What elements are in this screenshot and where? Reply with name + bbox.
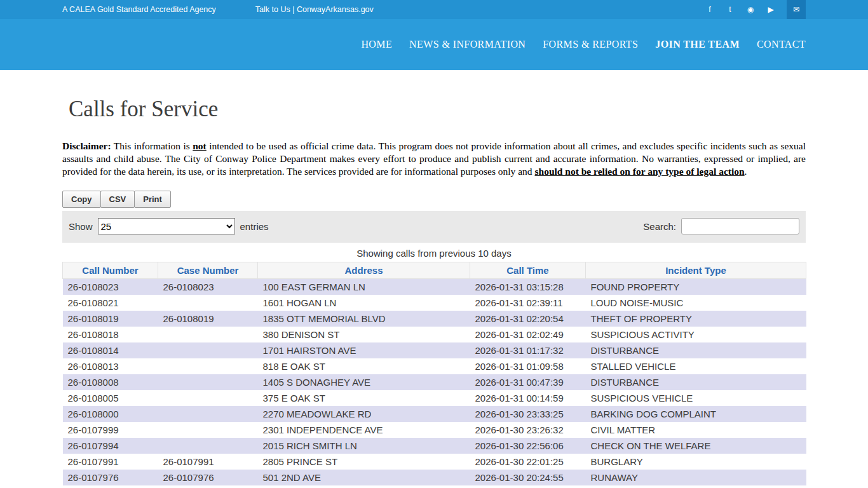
table-cell: 26-0108023 [63,279,158,295]
nav-item-news-information[interactable]: NEWS & INFORMATION [409,39,526,50]
contact-links-text[interactable]: Talk to Us | ConwayArkansas.gov [255,5,374,14]
table-cell: 2026-01-31 00:47:39 [470,374,586,390]
table-cell: DISTURBANCE [586,342,806,358]
table-cell: 26-0108005 [63,390,158,406]
nav-item-join-the-team[interactable]: JOIN THE TEAM [655,39,740,50]
search-label: Search: [643,221,676,232]
accreditation-text: A CALEA Gold Standard Accredited Agency [62,5,216,14]
table-cell: 2015 RICH SMITH LN [258,438,470,454]
table-body: 26-010802326-0108023100 EAST GERMAN LN20… [63,279,806,486]
table-row: 26-0108018380 DENISON ST2026-01-31 02:02… [63,327,806,342]
show-label: Show [69,221,93,232]
table-cell: 26-0108013 [63,358,158,374]
table-cell: 2026-01-31 02:02:49 [470,327,586,342]
twitter-icon[interactable]: t [724,0,736,19]
table-cell: 1405 S DONAGHEY AVE [258,374,470,390]
disclaimer-segment: This information is [111,140,193,151]
table-cell: SUSPICIOUS VEHICLE [586,390,806,406]
table-cell: 501 2ND AVE [258,470,470,485]
table-cell: 818 E OAK ST [258,358,470,374]
table-cell: 2026-01-30 23:26:32 [470,422,586,438]
entries-label: entries [240,221,269,232]
table-cell: 26-0108019 [63,311,158,327]
table-cell: FOUND PROPERTY [586,279,806,295]
table-cell: 375 E OAK ST [258,390,470,406]
disclaimer: Disclaimer: This information is not inte… [62,140,806,178]
csv-button[interactable]: CSV [100,191,135,208]
table-cell [158,406,258,422]
table-cell: THEFT OF PROPERTY [586,311,806,327]
table-cell: 2026-01-30 22:56:06 [470,438,586,454]
disclaimer-segment: should not be relied on for any type of … [535,166,745,177]
table-row: 26-0108013818 E OAK ST2026-01-31 01:09:5… [63,358,806,374]
calls-table: Call NumberCase NumberAddressCall TimeIn… [62,262,806,485]
disclaimer-segment: not [193,140,207,151]
table-row: 26-010802326-0108023100 EAST GERMAN LN20… [63,279,806,295]
table-cell: 26-0108008 [63,374,158,390]
table-cell: 26-0107999 [63,422,158,438]
table-cell [158,358,258,374]
youtube-icon[interactable]: ▶ [765,0,776,19]
email-icon[interactable]: ✉ [787,0,806,19]
table-cell: 2026-01-30 22:01:25 [470,454,586,470]
disclaimer-segment: . [745,166,747,177]
table-cell: 100 EAST GERMAN LN [258,279,470,295]
table-cell: SUSPICIOUS ACTIVITY [586,327,806,342]
table-cell: 26-0108014 [63,342,158,358]
disclaimer-segment: Disclaimer: [62,140,111,151]
instagram-icon[interactable]: ◉ [745,0,756,19]
column-header-call-number[interactable]: Call Number [63,262,158,279]
nav-item-forms-reports[interactable]: FORMS & REPORTS [543,39,638,50]
table-caption: Showing calls from previous 10 days [62,248,806,259]
table-cell: 26-0107991 [158,454,258,470]
table-cell: 26-0108018 [63,327,158,342]
table-row: 26-01080141701 HAIRSTON AVE2026-01-31 01… [63,342,806,358]
table-row: 26-01080002270 MEADOWLAKE RD2026-01-30 2… [63,406,806,422]
table-cell [158,422,258,438]
table-cell: 26-0107976 [63,470,158,485]
table-cell: 1701 HAIRSTON AVE [258,342,470,358]
column-header-case-number[interactable]: Case Number [158,262,258,279]
table-cell: 2026-01-31 00:14:59 [470,390,586,406]
page-title: Calls for Service [69,97,806,122]
page-length-select[interactable]: 25 [98,218,235,234]
table-cell: 2026-01-31 01:17:32 [470,342,586,358]
table-cell: 2026-01-30 20:24:55 [470,470,586,485]
column-header-call-time[interactable]: Call Time [470,262,586,279]
nav-item-contact[interactable]: CONTACT [757,39,806,50]
table-cell: 2805 PRINCE ST [258,454,470,470]
table-cell [158,295,258,311]
table-row: 26-01079942015 RICH SMITH LN2026-01-30 2… [63,438,806,454]
table-row: 26-01080081405 S DONAGHEY AVE2026-01-31 … [63,374,806,390]
table-row: 26-010797626-0107976501 2ND AVE2026-01-3… [63,470,806,485]
main-nav: HOMENEWS & INFORMATIONFORMS & REPORTSJOI… [62,19,806,70]
print-button[interactable]: Print [134,191,171,208]
length-menu: Show 25 entries [69,218,269,234]
social-icons: ft◉▶✉ [695,0,806,19]
column-header-address[interactable]: Address [258,262,470,279]
table-cell: BARKING DOG COMPLAINT [586,406,806,422]
table-cell: BURGLARY [586,454,806,470]
table-cell: 2026-01-31 02:39:11 [470,295,586,311]
nav-item-home[interactable]: HOME [361,39,392,50]
table-cell: 380 DENISON ST [258,327,470,342]
table-cell: STALLED VEHICLE [586,358,806,374]
search-input[interactable] [681,218,799,234]
table-cell: LOUD NOISE-MUSIC [586,295,806,311]
table-cell [158,374,258,390]
copy-button[interactable]: Copy [62,191,101,208]
column-header-incident-type[interactable]: Incident Type [586,262,806,279]
table-row: 26-010801926-01080191835 OTT MEMORIAL BL… [63,311,806,327]
table-cell: 26-0108019 [158,311,258,327]
table-cell: 26-0108000 [63,406,158,422]
table-cell: 26-0107976 [158,470,258,485]
export-buttons: CopyCSVPrint [62,191,806,208]
main-navbar: HOMENEWS & INFORMATIONFORMS & REPORTSJOI… [0,19,868,70]
table-toolbar: Show 25 entries Search: [62,211,806,243]
table-cell [158,327,258,342]
facebook-icon[interactable]: f [704,0,715,19]
search-group: Search: [643,218,799,234]
table-cell [158,342,258,358]
table-cell: RUNAWAY [586,470,806,485]
table-cell: CHECK ON THE WELFARE [586,438,806,454]
